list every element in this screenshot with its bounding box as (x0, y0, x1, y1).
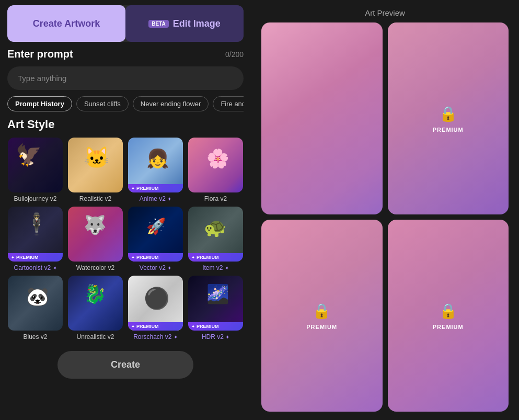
premium-text-3: PREMIUM (306, 323, 337, 330)
art-style-section: Art Style (7, 118, 244, 131)
item-premium-label: PREMIUM (197, 255, 219, 260)
style-name-vector: Vector v2 ✦ (140, 264, 171, 271)
vector-premium-badge: ✦ PREMIUM (128, 253, 183, 262)
preview-lock-4: 🔒 PREMIUM (433, 302, 464, 330)
prompt-input[interactable] (7, 66, 244, 90)
art-style-title: Art Style (7, 118, 244, 131)
style-thumb-cartoonist: ✦ PREMIUM (8, 207, 63, 262)
anime-spark: ✦ (167, 196, 171, 202)
cartoonist-premium-badge: ✦ PREMIUM (8, 253, 63, 262)
style-item-hdr[interactable]: ✦ PREMIUM HDR v2 ✦ (188, 276, 244, 340)
style-item-anime[interactable]: ✦ PREMIUM Anime v2 ✦ (128, 138, 183, 202)
left-panel: Create Artwork BETA Edit Image Enter pro… (0, 0, 251, 420)
vector-premium-label: PREMIUM (136, 255, 159, 260)
style-item-vector[interactable]: ✦ PREMIUM Vector v2 ✦ (128, 207, 183, 271)
style-thumb-realistic (68, 138, 123, 192)
hdr-premium-badge: ✦ PREMIUM (188, 322, 243, 331)
prompt-header: Enter prompt 0/200 (7, 48, 244, 60)
item-premium-badge: ✦ PREMIUM (188, 253, 243, 262)
style-item-unrealistic[interactable]: Unrealistic v2 (67, 276, 123, 340)
preview-lock-2: 🔒 PREMIUM (433, 105, 464, 132)
style-name-buliojourney: Buliojourney v2 (14, 195, 56, 202)
preview-grid: 🔒 PREMIUM 🔒 PREMIUM 🔒 PREMIUM (261, 22, 509, 412)
lock-icon-3: 🔒 (313, 302, 331, 319)
style-thumb-anime: ✦ PREMIUM (128, 138, 183, 192)
anime-premium-star: ✦ (131, 186, 135, 191)
style-thumb-blues (8, 276, 63, 331)
preview-cell-2: 🔒 PREMIUM (388, 22, 509, 214)
style-name-realistic: Realistic v2 (79, 195, 111, 202)
style-name-watercolor: Watercolor v2 (76, 264, 115, 271)
style-thumb-buliojourney (8, 138, 63, 192)
style-thumb-hdr: ✦ PREMIUM (188, 276, 243, 331)
premium-text-4: PREMIUM (433, 323, 464, 330)
create-artwork-label: Create Artwork (33, 18, 100, 29)
create-button-wrap: Create (7, 347, 244, 383)
style-thumb-flora (188, 138, 243, 192)
hdr-premium-label: PREMIUM (197, 324, 219, 329)
beta-badge: BETA (148, 20, 168, 28)
style-item-item[interactable]: ✦ PREMIUM Item v2 ✦ (188, 207, 244, 271)
history-chips: Prompt History Sunset cliffs Never endin… (7, 96, 244, 111)
tab-bar: Create Artwork BETA Edit Image (7, 5, 244, 42)
style-thumb-rorschach: ✦ PREMIUM (128, 276, 183, 331)
style-item-rorschach[interactable]: ✦ PREMIUM Rorschach v2 ✦ (128, 276, 183, 340)
style-item-blues[interactable]: Blues v2 (7, 276, 63, 340)
style-item-realistic[interactable]: Realistic v2 (67, 138, 123, 202)
style-name-rorschach: Rorschach v2 ✦ (133, 333, 178, 340)
anime-premium-label: PREMIUM (136, 186, 159, 191)
style-name-anime: Anime v2 ✦ (140, 195, 171, 202)
chip-sunset[interactable]: Sunset cliffs (76, 96, 129, 111)
style-thumb-item: ✦ PREMIUM (188, 207, 243, 262)
style-grid: Buliojourney v2 Realistic v2 ✦ PREMIUM A… (7, 138, 244, 340)
preview-lock-3: 🔒 PREMIUM (306, 302, 337, 330)
style-name-cartoonist: Cartoonist v2 ✦ (14, 264, 56, 271)
style-name-item: Item v2 ✦ (202, 264, 229, 271)
tab-create-artwork[interactable]: Create Artwork (7, 5, 125, 42)
lock-icon-2: 🔒 (439, 105, 457, 122)
style-item-buliojourney[interactable]: Buliojourney v2 (7, 138, 63, 202)
edit-image-label: Edit Image (173, 18, 221, 29)
art-preview-title: Art Preview (261, 8, 509, 17)
chip-flower[interactable]: Never ending flower (133, 96, 209, 111)
style-item-flora[interactable]: Flora v2 (188, 138, 244, 202)
preview-cell-3: 🔒 PREMIUM (261, 220, 383, 412)
style-name-hdr: HDR v2 ✦ (202, 333, 229, 340)
cartoonist-premium-label: PREMIUM (16, 255, 39, 260)
style-item-cartoonist[interactable]: ✦ PREMIUM Cartoonist v2 ✦ (7, 207, 63, 271)
chip-fire[interactable]: Fire and w (213, 96, 244, 111)
prompt-section: Enter prompt 0/200 (7, 48, 244, 60)
prompt-history-button[interactable]: Prompt History (7, 96, 72, 111)
prompt-section-label: Enter prompt (7, 48, 73, 60)
char-count: 0/200 (225, 50, 244, 59)
style-thumb-vector: ✦ PREMIUM (128, 207, 183, 262)
rorschach-premium-badge: ✦ PREMIUM (128, 322, 183, 331)
right-panel: Art Preview 🔒 PREMIUM 🔒 PREMIUM 🔒 PREMIU… (251, 0, 519, 420)
style-thumb-unrealistic (68, 276, 123, 331)
premium-text-2: PREMIUM (433, 126, 464, 132)
create-button[interactable]: Create (57, 351, 193, 379)
style-name-blues: Blues v2 (23, 333, 47, 340)
preview-cell-4: 🔒 PREMIUM (388, 220, 509, 412)
style-name-unrealistic: Unrealistic v2 (76, 333, 114, 340)
rorschach-premium-label: PREMIUM (136, 324, 159, 329)
anime-premium-badge: ✦ PREMIUM (128, 184, 183, 192)
lock-icon-4: 🔒 (439, 302, 457, 319)
tab-edit-image[interactable]: BETA Edit Image (125, 5, 244, 42)
style-thumb-watercolor (68, 207, 123, 262)
preview-cell-1 (261, 22, 383, 214)
style-name-flora: Flora v2 (204, 195, 227, 202)
style-item-watercolor[interactable]: Watercolor v2 (67, 207, 123, 271)
